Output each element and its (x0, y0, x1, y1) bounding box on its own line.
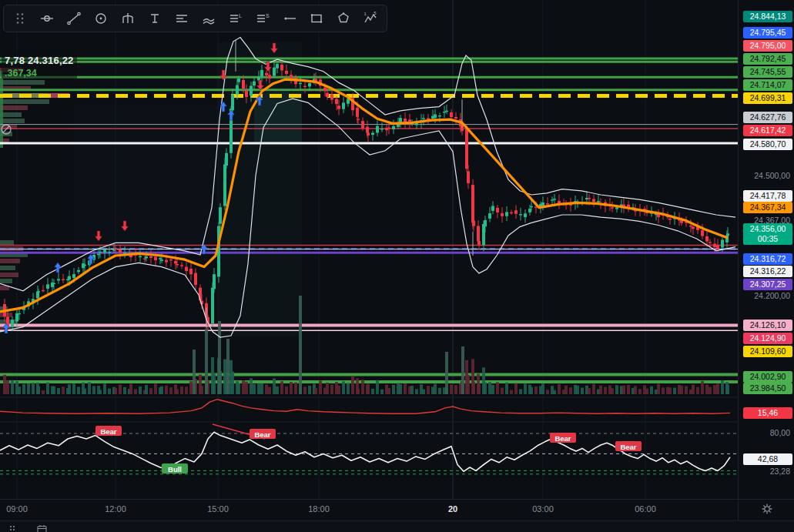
price-label: 80,00 (770, 427, 790, 439)
pitchfork-tool-button[interactable] (118, 8, 138, 28)
polygon-tool-button[interactable] (333, 8, 353, 28)
price-label: 23,28 (770, 466, 790, 477)
svg-text:S: S (266, 13, 270, 18)
bear-label[interactable]: Bear (250, 429, 276, 439)
chart-area[interactable]: BearBearBearBearBull 7,78 24.316,22 .367… (0, 0, 738, 499)
svg-text:1: 1 (364, 12, 367, 16)
price-label: 24.500,00 (754, 170, 790, 182)
trend-line-tool-icon (66, 11, 82, 26)
rectangle-tool-icon (309, 11, 324, 26)
price-label: 24.200,00 (754, 290, 790, 302)
candle-countdown: 00:35 (743, 234, 792, 244)
time-label: 03:00 (532, 504, 554, 514)
bottom-toolbar (0, 520, 794, 532)
bear-label[interactable]: Bear (550, 433, 576, 443)
volume-spike-bar (218, 321, 221, 394)
price-label: 24.124,90 (743, 333, 792, 344)
parallel-lines-tool-icon (174, 11, 189, 26)
short-position-tool-button[interactable]: S (253, 8, 273, 28)
drag-handle-button[interactable] (10, 8, 30, 28)
settings-gear-icon[interactable] (761, 503, 773, 518)
bear-label[interactable]: Bear (95, 426, 122, 436)
price-label: 24.792,45 (743, 53, 792, 65)
time-label: 20 (448, 504, 457, 514)
legend-values-secondary: .367,34 (5, 68, 74, 79)
price-label: 24.002,90 (743, 371, 792, 383)
price-label: 24.795,00 (743, 40, 792, 52)
svg-text:5: 5 (374, 11, 377, 15)
long-position-tool-icon: L (228, 11, 243, 26)
price-label: 24.699,31 (743, 92, 792, 104)
horizontal-ray-tool-button[interactable] (280, 8, 300, 28)
cross-line-tool-button[interactable] (37, 8, 57, 28)
time-axis[interactable]: 09:0012:0015:0018:002003:0006:00 (0, 499, 738, 521)
price-label: 24.617,42 (743, 125, 792, 136)
pitchfork-tool-icon (120, 11, 136, 26)
volume-spike-bar (299, 296, 302, 394)
price-label: 24.316,22 (743, 266, 792, 277)
parallel-lines-tool-button[interactable] (172, 8, 192, 28)
elliott-wave-tool-button[interactable]: 15 (360, 8, 380, 28)
highlight-region (73, 105, 218, 250)
price-label: 15,46 (743, 407, 792, 419)
long-position-tool-button[interactable]: L (226, 8, 246, 28)
text-label-tool-icon (147, 11, 162, 26)
text-label-tool-button[interactable] (145, 8, 165, 28)
volume-profile-bar (0, 259, 20, 263)
price-label: 24.367,34 (743, 202, 792, 213)
price-label: 24.580,70 (743, 139, 792, 150)
elliott-wave-tool-icon: 15 (363, 11, 378, 26)
brush-tool-button[interactable] (199, 8, 219, 28)
volume-spike-bar (226, 339, 229, 394)
time-label: 18:00 (308, 504, 330, 514)
bear-label[interactable]: Bear (615, 441, 642, 451)
eye-crossed-icon[interactable] (0, 123, 12, 139)
svg-text:L: L (239, 13, 242, 18)
circle-tool-button[interactable] (91, 8, 111, 28)
time-label: 15:00 (207, 504, 229, 514)
time-label: 12:00 (105, 504, 126, 514)
short-position-tool-icon: S (255, 11, 270, 26)
trading-chart-window: LS15 BearBearBearBearBull 7,78 24.316,22… (0, 0, 794, 532)
price-axis[interactable]: 24.844,1324.795,4524.795,0024.792,4524.7… (738, 0, 794, 499)
time-label: 06:00 (635, 504, 656, 514)
volume-spike-bar (193, 350, 196, 394)
circle-tool-icon (93, 11, 109, 26)
momentum-line[interactable] (0, 400, 730, 414)
axis-corner (738, 499, 794, 521)
price-label: 24.745,55 (743, 66, 792, 78)
volume-profile-bar (0, 112, 22, 117)
svg-text:Bear: Bear (554, 434, 571, 443)
bull-label[interactable]: Bull (162, 463, 188, 473)
svg-text:Bull: Bull (168, 465, 182, 473)
calendar-icon[interactable] (37, 524, 47, 532)
volume-profile-bar (0, 80, 45, 85)
cross-line-tool-icon (39, 11, 55, 26)
menu-dots-icon[interactable] (8, 524, 17, 532)
svg-text:Bear: Bear (620, 443, 636, 451)
volume-spike-bar (461, 346, 464, 394)
volume-profile-bar (0, 99, 49, 104)
volume-spike-bar (445, 352, 448, 394)
price-label: 24.627,76 (743, 112, 792, 123)
rsi-line[interactable] (0, 432, 730, 471)
rectangle-tool-button[interactable] (307, 8, 327, 28)
time-label: 09:00 (6, 504, 28, 514)
price-label: 24.844,13 (743, 11, 792, 22)
price-label: 23.984,50 (743, 383, 792, 394)
last-price-label: 24.356,0000:35 (743, 223, 792, 245)
svg-text:Bear: Bear (100, 427, 116, 436)
price-label: 24.126,10 (743, 320, 792, 331)
price-label: 42,68 (743, 453, 792, 465)
chart-canvas[interactable]: BearBearBearBearBull (0, 0, 738, 499)
drawing-toolbar: LS15 (3, 5, 387, 32)
polygon-tool-icon (336, 11, 351, 26)
price-label: 24.795,45 (743, 27, 792, 38)
volume-profile-bar (0, 266, 15, 270)
trend-line-tool-button[interactable] (64, 8, 84, 28)
volume-profile-bar (0, 105, 28, 110)
price-label: 24.714,07 (743, 79, 792, 91)
volume-spike-bar (205, 329, 208, 394)
volume-profile-bar (0, 273, 18, 277)
drag-handle-icon (12, 11, 28, 26)
